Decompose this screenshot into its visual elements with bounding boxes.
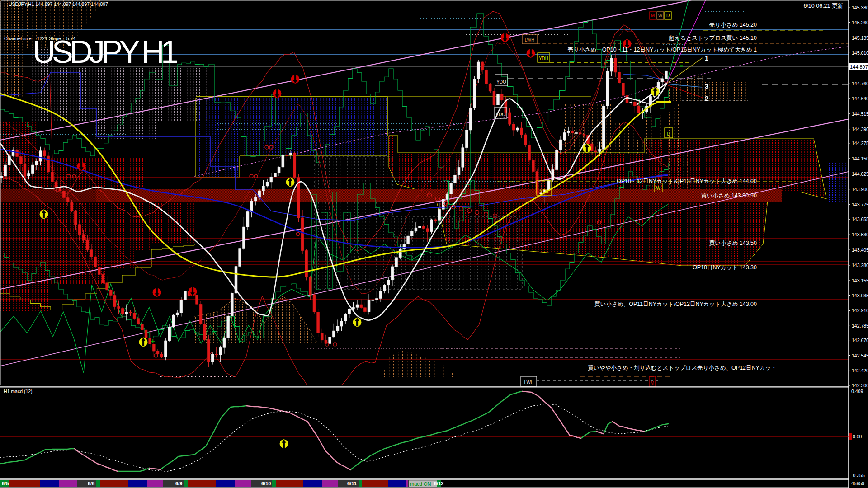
svg-text:1: 1 [705, 55, 708, 62]
svg-text:D: D [666, 13, 670, 18]
svg-text:143.900: 143.900 [852, 187, 868, 192]
svg-text:6/11: 6/11 [347, 481, 357, 486]
svg-text:143.155: 143.155 [852, 278, 868, 283]
svg-text:売り小さめ、OP10・11・12日NYカット/OP16日NY: 売り小さめ、OP10・11・12日NYカット/OP16日NYカット極めて大きめ … [568, 47, 757, 53]
svg-text:買いやや小さめ・割り込むとストップロス売り小さめ、OP12日: 買いやや小さめ・割り込むとストップロス売り小さめ、OP12日NYカッ・ [588, 365, 777, 371]
svg-text:142.910: 142.910 [852, 308, 868, 313]
svg-text:144.640: 144.640 [852, 96, 868, 101]
svg-text:142.670: 142.670 [852, 338, 868, 343]
svg-text:3: 3 [705, 83, 708, 90]
svg-text:144.897: 144.897 [850, 64, 868, 70]
svg-text:6/9: 6/9 [175, 481, 182, 486]
svg-text:45959: 45959 [851, 481, 864, 486]
svg-text:LWL: LWL [524, 380, 533, 385]
svg-text:D: D [667, 131, 670, 136]
svg-text:144.515: 144.515 [852, 111, 868, 117]
svg-text:超えるとストップロス買い 145.10: 超えるとストップロス買い 145.10 [669, 35, 757, 41]
svg-text:143.530: 143.530 [852, 232, 868, 237]
svg-text:OP10日NYカット 143.30: OP10日NYカット 143.30 [693, 264, 757, 271]
svg-text:6/10 06:21 更新: 6/10 06:21 更新 [803, 3, 843, 9]
svg-text:144.150: 144.150 [852, 156, 868, 161]
svg-text:YDL: YDL [540, 189, 549, 194]
svg-text:USDJPY,H1 144.897 144.897 144: USDJPY,H1 144.897 144.897 144.897 144.89… [9, 1, 108, 7]
svg-text:143.655: 143.655 [852, 216, 868, 222]
svg-text:W: W [656, 186, 660, 191]
svg-text:145.380: 145.380 [852, 5, 868, 10]
svg-text:144.390: 144.390 [852, 127, 868, 132]
svg-text:142.420: 142.420 [852, 368, 868, 373]
svg-text:145.135: 145.135 [852, 35, 868, 41]
svg-text:0.409: 0.409 [851, 389, 863, 394]
svg-text:144.275: 144.275 [852, 141, 868, 146]
svg-text:YDC: YDC [495, 112, 505, 117]
svg-text:6/5: 6/5 [2, 481, 9, 486]
svg-text:買い小さめ、OP11日NYカット/OP12日NYカット大きめ: 買い小さめ、OP11日NYカット/OP12日NYカット大きめ 143.00 [594, 301, 757, 307]
svg-text:143.035: 143.035 [852, 293, 868, 298]
svg-text:2: 2 [705, 95, 708, 102]
svg-text:143.405: 143.405 [852, 247, 868, 253]
svg-text:6/10: 6/10 [261, 481, 271, 486]
svg-text:142.785: 142.785 [852, 323, 868, 328]
svg-text:YDO: YDO [496, 80, 506, 84]
svg-text:USDJPY H1: USDJPY H1 [33, 34, 179, 70]
svg-text:-0.355: -0.355 [851, 473, 865, 478]
svg-text:M: M [651, 380, 654, 385]
svg-text:142.300: 142.300 [852, 383, 868, 388]
svg-text:W: W [658, 13, 663, 18]
svg-text:買い小さめ 143.80-90: 買い小さめ 143.80-90 [701, 192, 757, 199]
svg-text:買い小さめ 143.50: 買い小さめ 143.50 [709, 240, 757, 246]
svg-text:6/12: 6/12 [434, 481, 443, 486]
svg-text:142.545: 142.545 [852, 353, 868, 358]
svg-text:H1 macd (12): H1 macd (12) [4, 389, 33, 394]
svg-text:144.760: 144.760 [852, 81, 868, 86]
svg-text:M: M [651, 13, 655, 18]
svg-text:143.280: 143.280 [852, 263, 868, 268]
svg-text:売り小さめ 145.20: 売り小さめ 145.20 [709, 22, 757, 28]
svg-text:144.025: 144.025 [852, 171, 868, 177]
svg-text:145.010: 145.010 [852, 50, 868, 56]
svg-text:OP10・12日NYカット/OP13日NYカット大きめ 14: OP10・12日NYカット/OP13日NYカット大きめ 144.00 [617, 178, 757, 184]
svg-text:6/6: 6/6 [88, 481, 94, 486]
svg-text:0.00: 0.00 [853, 434, 862, 439]
svg-text:YDH: YDH [539, 56, 548, 61]
svg-text:macd ON: macd ON [410, 481, 431, 487]
svg-text:145.260: 145.260 [852, 20, 868, 25]
svg-text:143.775: 143.775 [852, 202, 868, 207]
svg-text:LWH: LWH [525, 38, 534, 42]
